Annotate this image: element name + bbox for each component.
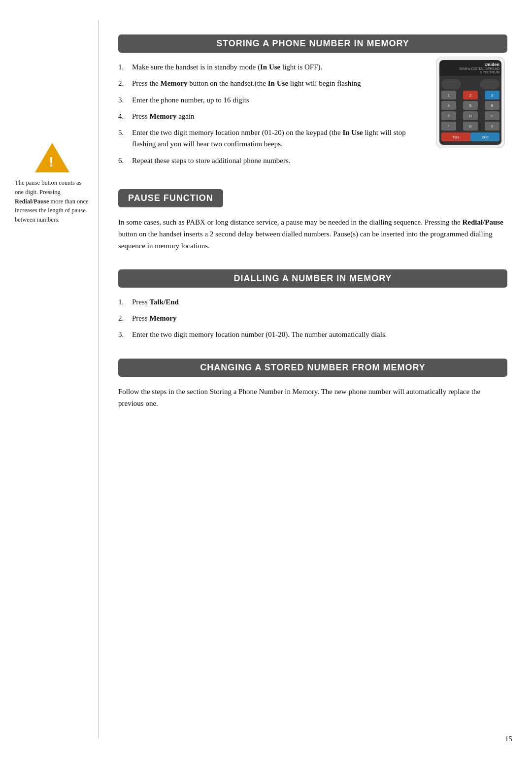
dialling-steps-list: 1. Press Talk/End 2. Press Memory 3. Ent…: [118, 297, 507, 341]
in-use-bold-2: In Use: [268, 79, 288, 87]
list-item: 4. Press Memory again: [118, 111, 426, 122]
list-item: 3. Enter the two digit memory location n…: [118, 329, 507, 340]
changing-section: CHANGING A STORED NUMBER FROM MEMORY Fol…: [118, 359, 507, 409]
in-use-bold-1: In Use: [260, 63, 280, 71]
memory-bold-3: Memory: [149, 314, 176, 322]
warning-triangle-container: [15, 143, 89, 172]
keypad-row-4: * 0 #: [441, 122, 499, 131]
sidebar: The pause button counts as one digit. Pr…: [0, 20, 99, 738]
phone-brand: Uniden: [441, 62, 499, 67]
pause-body: In some cases, such as PABX or long dist…: [118, 216, 507, 252]
talk-end-bold: Talk/End: [149, 298, 179, 306]
list-item: 2. Press Memory: [118, 313, 507, 324]
pause-header: PAUSE FUNCTION: [118, 189, 223, 207]
list-item: 6. Repeat these steps to store additiona…: [118, 155, 507, 166]
page-number: 15: [505, 735, 512, 743]
list-item: 1. Make sure the handset is in standby m…: [118, 62, 426, 73]
memory-bold-1: Memory: [161, 79, 188, 87]
main-content: STORING A PHONE NUMBER IN MEMORY Uniden …: [99, 20, 532, 738]
pause-section: PAUSE FUNCTION In some cases, such as PA…: [118, 189, 507, 252]
keypad-row-1: 1 2 3: [441, 91, 499, 99]
storing-header: STORING A PHONE NUMBER IN MEMORY: [118, 34, 507, 53]
phone-sub: 90MHz DIGITAL SPREAD SPECTRUM: [441, 67, 499, 74]
warning-icon: [35, 143, 69, 172]
list-item: 1. Press Talk/End: [118, 297, 507, 308]
in-use-bold-3: In Use: [342, 129, 363, 136]
dialling-header: DIALLING A NUMBER IN MEMORY: [118, 269, 507, 288]
list-item: 3. Enter the phone number, up to 16 digi…: [118, 95, 426, 106]
sidebar-bold-redial: Redial/Pause: [15, 198, 49, 205]
sidebar-note: The pause button counts as one digit. Pr…: [15, 178, 89, 225]
memory-bold-2: Memory: [149, 112, 176, 120]
dialling-section: DIALLING A NUMBER IN MEMORY 1. Press Tal…: [118, 269, 507, 341]
phone-illustration: Uniden 90MHz DIGITAL SPREAD SPECTRUM 1 2: [436, 57, 507, 148]
redial-pause-bold: Redial/Pause: [462, 218, 503, 226]
changing-body: Follow the steps in the section Storing …: [118, 386, 507, 409]
keypad-row-3: 7 8 9: [441, 111, 499, 120]
storing-section: STORING A PHONE NUMBER IN MEMORY Uniden …: [118, 34, 507, 171]
keypad-row-5: Talk End: [441, 132, 499, 141]
list-item: 5. Enter the two digit memory location n…: [118, 127, 426, 150]
list-item: 2. Press the Memory button on the handse…: [118, 78, 426, 89]
keypad-row-2: 4 5 6: [441, 101, 499, 110]
changing-header: CHANGING A STORED NUMBER FROM MEMORY: [118, 359, 507, 377]
